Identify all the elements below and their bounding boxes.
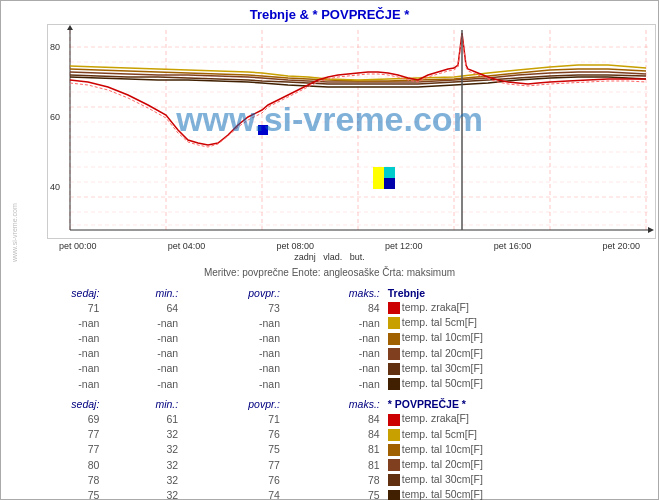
- chart-title: Trebnje & * POVPREČJE *: [1, 1, 658, 24]
- trebnje-row-4: -nan -nan -nan -nan temp. tal 30cm[F]: [11, 361, 648, 376]
- main-container: Trebnje & * POVPREČJE * www.si-vreme.com…: [0, 0, 659, 500]
- x-axis-labels: pet 00:00 pet 04:00 pet 08:00 pet 12:00 …: [59, 241, 640, 251]
- trebnje-row-1: -nan -nan -nan -nan temp. tal 5cm[F]: [11, 315, 648, 330]
- avg-title: * POVPREČJE *: [384, 397, 648, 411]
- trebnje-color-0: [388, 302, 400, 314]
- chart-svg: 80 60 40: [47, 24, 656, 239]
- trebnje-sedaj-0: 71: [11, 300, 103, 315]
- x-label-2: pet 08:00: [276, 241, 314, 251]
- svg-rect-27: [258, 125, 268, 135]
- x-secondary-labels: zadnj vlad. but.: [1, 252, 658, 262]
- chart-wrapper: 80 60 40: [47, 24, 650, 241]
- trebnje-row-3: -nan -nan -nan -nan temp. tal 20cm[F]: [11, 346, 648, 361]
- trebnje-row-0: 71 64 73 84 temp. zraka[F]: [11, 300, 648, 315]
- hdr-sedaj-1: sedaj:: [11, 286, 103, 300]
- trebnje-label-0: temp. zraka[F]: [384, 300, 648, 315]
- svg-text:60: 60: [50, 112, 60, 122]
- hdr-povpr-1: povpr.:: [182, 286, 284, 300]
- trebnje-min-0: 64: [103, 300, 182, 315]
- avg-row-1: 77 32 76 84 temp. tal 5cm[F]: [11, 427, 648, 442]
- trebnje-row-5: -nan -nan -nan -nan temp. tal 50cm[F]: [11, 376, 648, 391]
- trebnje-maks-0: 84: [284, 300, 384, 315]
- trebnje-povpr-0: 73: [182, 300, 284, 315]
- x-label-4: pet 16:00: [494, 241, 532, 251]
- svg-text:40: 40: [50, 182, 60, 192]
- chart-subtitle: Meritve: povprečne Enote: angleosaške Čr…: [1, 267, 658, 278]
- svg-marker-26: [67, 25, 73, 30]
- avg-row-2: 77 32 75 81 temp. tal 10cm[F]: [11, 442, 648, 457]
- x-label-5: pet 20:00: [602, 241, 640, 251]
- trebnje-table: sedaj: min.: povpr.: maks.: Trebnje 71 6…: [11, 286, 648, 500]
- avg-header-row: sedaj: min.: povpr.: maks.: * POVPREČJE …: [11, 397, 648, 411]
- chart-outer: www.si-vreme.com 80 60 40: [9, 24, 650, 241]
- hdr-maks-1: maks.:: [284, 286, 384, 300]
- hdr-min-1: min.:: [103, 286, 182, 300]
- avg-row-5: 75 32 74 75 temp. tal 50cm[F]: [11, 487, 648, 500]
- x-label-1: pet 04:00: [168, 241, 206, 251]
- svg-rect-30: [384, 178, 395, 189]
- si-vreme-side-label: www.si-vreme.com: [11, 133, 18, 333]
- data-section: sedaj: min.: povpr.: maks.: Trebnje 71 6…: [1, 282, 658, 500]
- trebnje-title: Trebnje: [384, 286, 648, 300]
- svg-marker-24: [648, 227, 654, 233]
- x-label-3: pet 12:00: [385, 241, 423, 251]
- avg-row-3: 80 32 77 81 temp. tal 20cm[F]: [11, 457, 648, 472]
- svg-text:80: 80: [50, 42, 60, 52]
- avg-row-0: 69 61 71 84 temp. zraka[F]: [11, 411, 648, 426]
- avg-row-4: 78 32 76 78 temp. tal 30cm[F]: [11, 472, 648, 487]
- trebnje-row-2: -nan -nan -nan -nan temp. tal 10cm[F]: [11, 330, 648, 345]
- x-label-0: pet 00:00: [59, 241, 97, 251]
